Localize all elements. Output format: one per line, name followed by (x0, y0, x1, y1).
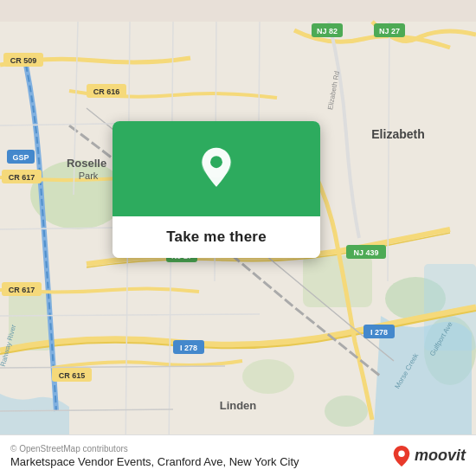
svg-text:Linden: Linden (220, 399, 257, 412)
svg-text:I 278: I 278 (180, 344, 197, 352)
svg-point-55 (398, 450, 404, 456)
svg-text:Elizabeth: Elizabeth (371, 127, 424, 141)
svg-text:I 278: I 278 (370, 328, 388, 337)
map-container: CR 509 CR 616 GSP CR 617 NJ 82 NJ 27 NJ … (0, 0, 476, 476)
svg-text:CR 616: CR 616 (93, 87, 120, 96)
svg-point-7 (242, 359, 294, 394)
moovit-pin-icon (392, 445, 411, 467)
svg-text:NJ 27: NJ 27 (379, 27, 400, 35)
svg-text:CR 509: CR 509 (10, 56, 37, 65)
svg-text:NJ 439: NJ 439 (353, 248, 378, 257)
svg-point-54 (210, 156, 222, 168)
svg-text:Park: Park (79, 170, 99, 181)
svg-text:CR 617: CR 617 (9, 286, 35, 294)
svg-text:CR 617: CR 617 (9, 173, 35, 182)
svg-text:Roselle: Roselle (67, 157, 106, 170)
svg-text:NJ 82: NJ 82 (317, 27, 338, 35)
bottom-bar: © OpenStreetMap contributors Marketspace… (0, 434, 476, 476)
svg-text:GSP: GSP (12, 153, 29, 162)
svg-text:CR 615: CR 615 (59, 371, 86, 380)
location-label: Marketspace Vendor Events, Cranford Ave,… (10, 455, 299, 468)
svg-rect-3 (303, 255, 372, 307)
take-me-there-button[interactable]: Take me there (113, 216, 320, 258)
green-banner (113, 121, 320, 216)
osm-credit: © OpenStreetMap contributors (10, 444, 299, 453)
moovit-logo: moovit (392, 445, 466, 467)
moovit-text: moovit (415, 447, 466, 465)
location-pin-icon (194, 146, 239, 191)
overlay-card: Take me there (113, 121, 320, 258)
svg-point-8 (325, 396, 368, 427)
bottom-text-group: © OpenStreetMap contributors Marketspace… (10, 444, 299, 468)
